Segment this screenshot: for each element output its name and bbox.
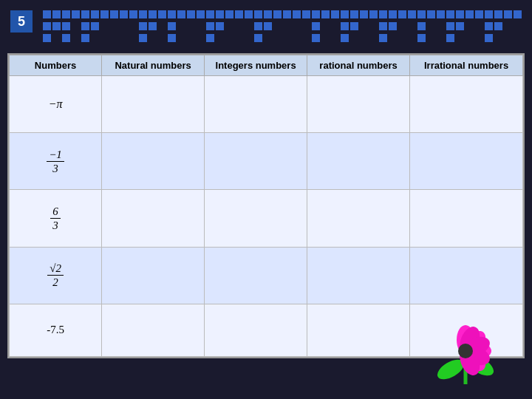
svg-rect-79 [312,34,320,42]
number-cell-2: −1 3 [10,133,102,190]
svg-rect-1 [52,10,61,18]
natural-cell-3 [102,190,205,247]
svg-rect-11 [149,10,157,18]
svg-rect-32 [350,10,358,18]
svg-rect-62 [312,22,320,30]
svg-rect-26 [293,10,301,18]
irrational-cell-1 [410,76,523,133]
svg-rect-49 [514,10,522,18]
svg-rect-47 [494,10,502,18]
svg-rect-8 [120,10,128,18]
svg-rect-48 [504,10,512,18]
svg-rect-66 [389,22,397,30]
svg-rect-41 [437,10,445,18]
svg-rect-20 [235,10,243,18]
svg-rect-51 [52,22,61,30]
number-cell-4: √2 2 [10,247,102,304]
number-cell-5: -7.5 [10,304,102,356]
math-value-2: −1 3 [47,148,64,175]
integer-cell-1 [205,76,307,133]
col-header-numbers: Numbers [10,55,102,76]
col-header-rational: rational numbers [307,55,410,76]
natural-cell-1 [102,76,205,133]
svg-rect-14 [177,10,185,18]
svg-rect-21 [245,10,253,18]
svg-rect-37 [398,10,406,18]
svg-rect-6 [100,10,109,18]
svg-point-96 [458,344,473,358]
svg-rect-71 [494,22,502,30]
natural-cell-4 [102,247,205,304]
title-pixel-art [43,9,523,46]
svg-rect-78 [254,34,262,42]
svg-rect-17 [206,10,214,18]
integer-cell-4 [205,247,307,304]
irrational-cell-3 [410,190,523,247]
svg-rect-69 [456,22,464,30]
svg-rect-4 [81,10,89,18]
svg-rect-73 [62,34,70,42]
svg-rect-16 [197,10,205,18]
svg-rect-9 [129,10,137,18]
svg-rect-15 [187,10,195,18]
slide-number: 5 [10,10,33,33]
svg-rect-12 [158,10,166,18]
svg-rect-64 [350,22,358,30]
svg-rect-10 [139,10,147,18]
svg-rect-24 [273,10,282,18]
svg-rect-29 [321,10,330,18]
table-row: −1 3 [10,133,523,190]
title-area [6,6,526,49]
svg-rect-39 [417,10,426,18]
natural-cell-5 [102,304,205,356]
svg-rect-56 [149,22,157,30]
number-cell-1: −π [10,76,102,133]
col-header-natural: Natural numbers [102,55,205,76]
rational-cell-2 [307,133,410,190]
svg-rect-76 [168,34,176,42]
svg-rect-84 [485,34,493,42]
svg-rect-22 [254,10,262,18]
svg-rect-31 [341,10,349,18]
svg-rect-18 [216,10,224,18]
svg-rect-0 [43,10,51,18]
svg-rect-61 [264,22,272,30]
svg-rect-33 [360,10,368,18]
svg-rect-23 [264,10,272,18]
svg-rect-3 [72,10,80,18]
svg-rect-59 [216,22,224,30]
table-row: −π [10,76,523,133]
svg-rect-82 [417,34,426,42]
svg-rect-46 [485,10,493,18]
irrational-cell-2 [410,133,523,190]
svg-rect-57 [168,22,176,30]
math-value-4: √2 2 [47,262,64,289]
svg-rect-68 [446,22,454,30]
svg-rect-2 [62,10,70,18]
svg-rect-65 [379,22,387,30]
svg-rect-25 [283,10,291,18]
math-value-1: −π [49,98,63,110]
svg-rect-63 [341,22,349,30]
natural-cell-2 [102,133,205,190]
rational-cell-3 [307,190,410,247]
svg-rect-70 [485,22,493,30]
rational-cell-1 [307,76,410,133]
irrational-cell-4 [410,247,523,304]
rational-cell-4 [307,247,410,304]
svg-rect-52 [62,22,70,30]
integer-cell-5 [205,304,307,356]
svg-rect-28 [312,10,320,18]
table-row: √2 2 [10,247,523,304]
svg-rect-55 [139,22,147,30]
svg-rect-80 [341,34,349,42]
svg-rect-67 [417,22,426,30]
svg-rect-19 [225,10,233,18]
table-row: 6 3 [10,190,523,247]
svg-rect-83 [446,34,454,42]
svg-rect-27 [302,10,310,18]
svg-rect-81 [379,34,387,42]
svg-rect-77 [206,34,214,42]
svg-rect-5 [91,10,99,18]
svg-rect-38 [408,10,416,18]
